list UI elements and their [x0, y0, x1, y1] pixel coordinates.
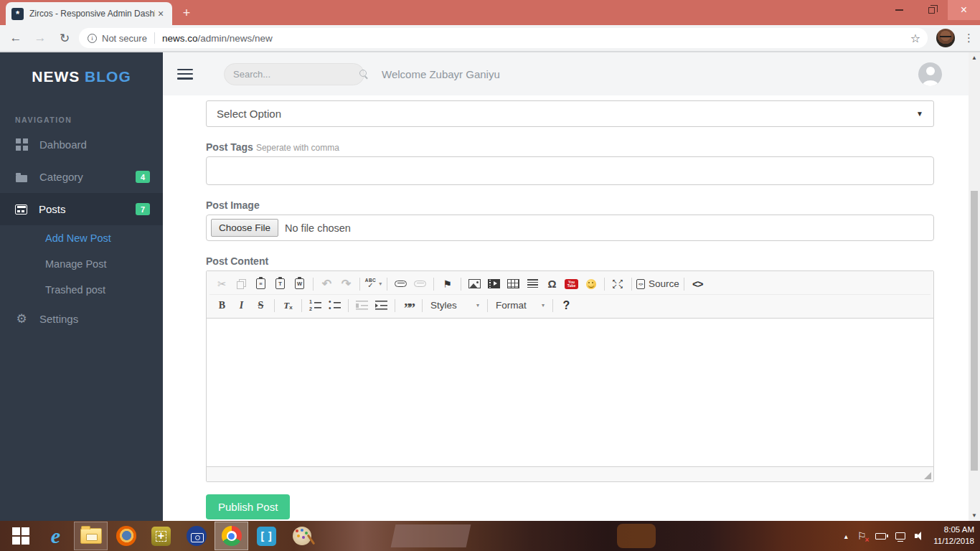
taskbar-clock[interactable]: 8:05 AM 11/12/2018	[933, 524, 980, 547]
scroll-down-icon[interactable]: ▼	[969, 510, 980, 521]
forward-button[interactable]: →	[30, 28, 50, 48]
toolbar-separator	[552, 299, 553, 312]
taskbar-internet-explorer-button[interactable]	[39, 522, 72, 550]
user-avatar[interactable]	[918, 62, 942, 86]
browser-tab[interactable]: * Zircos - Responsive Admin Dashb ×	[6, 2, 172, 25]
sidebar-item-settings[interactable]: Settings	[0, 303, 163, 335]
sidebar-item-dashboard[interactable]: Dahboard	[0, 128, 163, 161]
blockquote-button[interactable]	[400, 296, 418, 314]
bulleted-list-button[interactable]	[326, 296, 344, 314]
link-icon	[395, 281, 407, 287]
paint-app-icon	[293, 527, 311, 545]
taskbar-brackets-button[interactable]	[250, 522, 283, 550]
paste-text-icon	[275, 278, 285, 289]
taskbar-screenshot-tool-button[interactable]	[144, 522, 178, 550]
indent-button[interactable]	[372, 296, 390, 314]
about-button[interactable]	[557, 296, 575, 314]
menu-toggle-button[interactable]	[177, 69, 193, 80]
image-button[interactable]	[466, 275, 484, 293]
tray-network-icon[interactable]	[895, 532, 905, 540]
scrollbar-thumb[interactable]	[971, 191, 978, 471]
numbered-list-button[interactable]	[306, 296, 324, 314]
anchor-button[interactable]	[438, 275, 456, 293]
url-separator	[154, 32, 155, 44]
new-tab-button[interactable]: +	[176, 4, 197, 24]
strikethrough-button[interactable]	[252, 296, 270, 314]
reload-button[interactable]: ↻	[55, 28, 75, 48]
category-select[interactable]: Select Option ▼	[206, 100, 934, 127]
table-icon	[507, 279, 519, 288]
paste-text-button[interactable]	[271, 275, 289, 293]
undo-button[interactable]	[318, 275, 336, 293]
horizontal-rule-button[interactable]	[524, 275, 542, 293]
browser-menu-icon[interactable]: ⋮	[963, 32, 974, 44]
category-select-value: Select Option	[217, 108, 281, 120]
styles-dropdown[interactable]: Styles▾	[427, 296, 483, 314]
bookmark-star-icon[interactable]: ☆	[910, 32, 920, 45]
tray-battery-icon[interactable]	[875, 533, 886, 540]
copy-button[interactable]	[232, 275, 250, 293]
dashboard-icon	[15, 138, 28, 151]
link-button[interactable]	[392, 275, 410, 293]
choose-file-button[interactable]: Choose File	[211, 219, 278, 237]
taskbar-file-explorer-button[interactable]	[74, 522, 108, 550]
outdent-button[interactable]	[353, 296, 371, 314]
scrollbar-track[interactable]	[969, 63, 980, 510]
page-scrollbar[interactable]: ▲ ▼	[969, 52, 980, 521]
scroll-up-icon[interactable]: ▲	[969, 52, 980, 63]
browser-profile-avatar[interactable]	[936, 29, 955, 47]
maximize-button[interactable]	[609, 275, 627, 293]
url-bar[interactable]: i Not secure news.co /admin/news/new ☆	[79, 28, 928, 48]
cut-button[interactable]	[213, 275, 231, 293]
toolbar-separator	[684, 278, 684, 291]
code-snippet-button[interactable]	[689, 275, 707, 293]
youtube-button[interactable]	[562, 275, 580, 293]
taskbar-paint-app-button[interactable]	[285, 522, 319, 550]
post-tags-input[interactable]	[206, 156, 934, 185]
publish-button[interactable]: Publish Post	[206, 494, 290, 519]
minimize-button[interactable]	[883, 0, 915, 20]
unlink-button[interactable]	[411, 275, 429, 293]
tray-volume-icon[interactable]	[915, 532, 926, 540]
taskbar-camera-app-button[interactable]	[179, 522, 213, 550]
sidebar-item-posts[interactable]: Posts7	[0, 193, 163, 225]
back-button[interactable]: ←	[6, 28, 26, 48]
taskbar-start-button[interactable]	[4, 522, 37, 550]
toolbar-row-1: ▾Source	[209, 273, 930, 294]
search-box[interactable]	[224, 63, 364, 85]
sidebar-item-add-new-post[interactable]: Add New Post	[0, 225, 163, 251]
resize-handle-icon[interactable]	[924, 472, 931, 479]
taskbar-firefox-button[interactable]	[109, 522, 143, 550]
welcome-text: Welcome Zubayr Ganiyu	[382, 68, 500, 80]
paste-button[interactable]	[252, 275, 270, 293]
italic-button[interactable]	[232, 296, 250, 314]
sidebar-item-trashed-post[interactable]: Trashed post	[0, 277, 163, 303]
search-input[interactable]	[233, 69, 359, 80]
redo-button[interactable]	[337, 275, 355, 293]
paste-word-icon	[295, 278, 304, 289]
app-header: Welcome Zubayr Ganiyu	[163, 52, 980, 95]
toolbar-separator	[359, 278, 360, 291]
close-tab-icon[interactable]: ×	[155, 8, 166, 19]
tray-chevron-icon[interactable]	[844, 532, 848, 540]
table-button[interactable]	[504, 275, 522, 293]
indent-icon	[375, 301, 387, 310]
taskbar-chrome-button[interactable]	[215, 522, 248, 550]
sidebar-item-manage-post[interactable]: Manage Post	[0, 251, 163, 277]
smiley-button[interactable]	[582, 275, 600, 293]
maximize-button[interactable]	[915, 0, 948, 20]
remove-format-button[interactable]	[279, 296, 297, 314]
format-dropdown[interactable]: Format▾	[492, 296, 548, 314]
editor-content-area[interactable]	[207, 319, 933, 466]
source-button[interactable]: Source	[636, 275, 679, 293]
special-char-button[interactable]	[543, 275, 561, 293]
italic-icon	[240, 301, 243, 311]
paste-word-button[interactable]	[291, 275, 308, 293]
info-icon[interactable]: i	[88, 34, 97, 43]
close-button[interactable]: ×	[948, 0, 980, 20]
tray-flag-icon[interactable]	[857, 530, 867, 542]
spellcheck-button[interactable]: ▾	[364, 275, 382, 293]
sidebar-item-category[interactable]: Category4	[0, 161, 163, 193]
bold-button[interactable]	[213, 296, 231, 314]
media-button[interactable]	[485, 275, 503, 293]
